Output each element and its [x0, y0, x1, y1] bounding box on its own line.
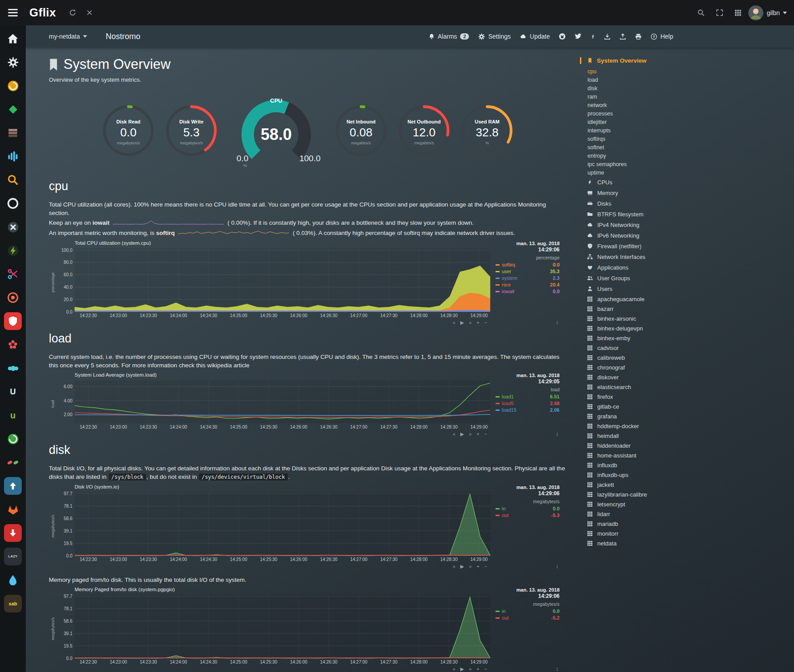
menu-system-overview[interactable]: System Overview: [580, 57, 704, 64]
app-green-u-icon[interactable]: u: [4, 406, 22, 424]
print-button[interactable]: [635, 33, 642, 40]
settings-button[interactable]: Settings: [478, 33, 511, 40]
menu-container-netdata[interactable]: netdata: [586, 538, 704, 548]
menu-container-heimdall[interactable]: heimdall: [586, 431, 704, 441]
refresh-icon[interactable]: [64, 4, 81, 21]
menu-container-calibreweb[interactable]: calibreweb: [586, 353, 704, 362]
menu-container-bazarr[interactable]: bazarr: [586, 304, 704, 314]
menu-container-binhex-emby[interactable]: binhex-emby: [586, 333, 704, 343]
zoom-in-icon[interactable]: +: [476, 431, 479, 437]
menu-sub-interrupts[interactable]: interrupts: [586, 126, 704, 135]
app-red-down-icon[interactable]: [4, 524, 22, 542]
app-green-bolt-icon[interactable]: [4, 242, 22, 259]
menu-sub-disk[interactable]: disk: [586, 84, 704, 92]
menu-container-elasticsearch[interactable]: elasticsearch: [586, 382, 704, 392]
zoom-out-icon[interactable]: −: [484, 320, 487, 326]
skip-forward-icon[interactable]: »: [469, 431, 472, 437]
menu-disks[interactable]: Disks: [586, 198, 704, 209]
used-ram-gauge[interactable]: Used RAM32.8%: [460, 103, 514, 159]
menu-sub-uptime[interactable]: uptime: [586, 168, 704, 177]
update-button[interactable]: Update: [520, 33, 550, 40]
resize-handle-icon[interactable]: ↕: [556, 665, 559, 672]
cpu-gauge[interactable]: CPU58.00.0100.0%: [227, 94, 325, 169]
legend-item-iowait[interactable]: iowait0.0: [496, 288, 560, 295]
app-white-u-icon[interactable]: U: [4, 383, 22, 401]
hamburger-menu-icon[interactable]: [0, 0, 26, 25]
chart-plot[interactable]: 14:22:3014:23:0014:23:3014:24:0014:24:30…: [57, 247, 492, 318]
facebook-button[interactable]: [591, 33, 595, 40]
menu-sub-network[interactable]: network: [586, 101, 704, 109]
chart-plot[interactable]: 14:22:3014:23:0014:23:3014:24:0014:24:30…: [57, 490, 492, 562]
app-orange-swirl-icon[interactable]: [4, 77, 22, 95]
home-icon[interactable]: [4, 30, 22, 48]
app-dark-cross-icon[interactable]: [4, 218, 22, 236]
resize-handle-icon[interactable]: ↕: [556, 319, 559, 326]
zoom-in-icon[interactable]: +: [476, 564, 479, 569]
menu-container-hiddenloader[interactable]: hiddenloader: [586, 441, 704, 450]
menu-firewall-netfilter-[interactable]: Firewall (netfilter): [586, 241, 704, 251]
skip-back-icon[interactable]: «: [453, 564, 455, 569]
legend-item-load5[interactable]: load52.68: [496, 400, 560, 407]
legend-item-softirq[interactable]: softirq0.0: [496, 262, 560, 268]
play-icon[interactable]: ▶: [461, 431, 464, 437]
legend-item-out[interactable]: out-5.2: [496, 615, 560, 621]
menu-container-binhex-delugevpn[interactable]: binhex-delugevpn: [586, 323, 704, 333]
zoom-out-icon[interactable]: −: [484, 564, 487, 569]
fullscreen-icon[interactable]: [711, 4, 728, 21]
menu-container-hddtemp-docker[interactable]: hddtemp-docker: [586, 421, 704, 431]
play-icon[interactable]: ▶: [461, 320, 464, 326]
zoom-out-icon[interactable]: −: [484, 666, 487, 672]
disk-read-gauge[interactable]: Disk Read0.0megabytes/s: [101, 103, 155, 159]
app-scissors-icon[interactable]: [4, 265, 22, 283]
zoom-in-icon[interactable]: +: [476, 320, 479, 326]
disk-write-gauge[interactable]: Disk Write5.3megabytes/s: [164, 103, 218, 159]
skip-forward-icon[interactable]: »: [469, 564, 472, 569]
menu-sub-softirqs[interactable]: softirqs: [586, 135, 704, 143]
menu-container-apacheguacamole[interactable]: apacheguacamole: [586, 294, 704, 304]
resize-handle-icon[interactable]: ↕: [556, 563, 559, 569]
app-red-cluster-icon[interactable]: [4, 336, 22, 354]
menu-ipv4-networking[interactable]: IPv4 Networking: [586, 219, 704, 230]
legend-item-out[interactable]: out-5.3: [496, 512, 560, 519]
menu-sub-ipc-semaphores[interactable]: ipc semaphores: [586, 160, 704, 168]
app-orange-rings-icon[interactable]: [4, 289, 22, 306]
menu-container-influxdb-ups[interactable]: influxdb-ups: [586, 470, 704, 480]
net-inbound-gauge[interactable]: Net Inbound0.08megabits/s: [334, 103, 388, 159]
zoom-out-icon[interactable]: −: [484, 431, 487, 437]
app-stacked-crates-icon[interactable]: [4, 124, 22, 142]
skip-forward-icon[interactable]: »: [469, 320, 472, 326]
close-tab-icon[interactable]: [81, 4, 98, 21]
legend-item-in[interactable]: in0.0: [496, 505, 560, 512]
menu-sub-ram[interactable]: ram: [586, 92, 704, 101]
menu-container-firefox[interactable]: firefox: [586, 392, 704, 402]
menu-container-lidarr[interactable]: lidarr: [586, 509, 704, 519]
chart-plot[interactable]: 14:22:3014:23:0014:23:3014:24:0014:24:30…: [57, 593, 492, 665]
app-white-ring-icon[interactable]: [4, 195, 22, 212]
menu-container-grafana[interactable]: grafana: [586, 411, 704, 421]
app-gitlab-fox-icon[interactable]: [4, 501, 22, 518]
app-active-shield-icon[interactable]: [4, 312, 22, 330]
menu-container-jackett[interactable]: jackett: [586, 480, 704, 489]
load-average-chart[interactable]: System Load Average (system.load) load 1…: [49, 372, 566, 430]
menu-container-gitlab-ce[interactable]: gitlab-ce: [586, 402, 704, 411]
play-icon[interactable]: ▶: [461, 666, 464, 672]
legend-item-load1[interactable]: load16.51: [496, 394, 560, 400]
menu-network-interfaces[interactable]: Network Interfaces: [586, 251, 704, 262]
menu-sub-idlejitter[interactable]: idlejitter: [586, 118, 704, 126]
legend-item-in[interactable]: in0.0: [496, 608, 560, 615]
skip-forward-icon[interactable]: »: [469, 666, 472, 672]
menu-applications[interactable]: Applications: [586, 262, 704, 273]
menu-container-monitorr[interactable]: monitorr: [586, 529, 704, 538]
zoom-in-icon[interactable]: +: [476, 666, 479, 672]
skip-back-icon[interactable]: «: [453, 431, 455, 437]
menu-btrfs-filesystem[interactable]: BTRFS filesystem: [586, 209, 704, 219]
skip-back-icon[interactable]: «: [453, 666, 455, 672]
app-blue-drop-icon[interactable]: [4, 571, 22, 589]
menu-cpus[interactable]: CPUs: [586, 177, 704, 187]
github-button[interactable]: [559, 33, 566, 40]
import-button[interactable]: [604, 33, 611, 40]
alarms-button[interactable]: Alarms 2: [429, 33, 469, 40]
menu-container-lazylibrarian-calibre[interactable]: lazylibrarian-calibre: [586, 489, 704, 499]
app-pills-icon[interactable]: [4, 453, 22, 471]
chart-toolbar[interactable]: «▶»+−: [453, 431, 487, 437]
